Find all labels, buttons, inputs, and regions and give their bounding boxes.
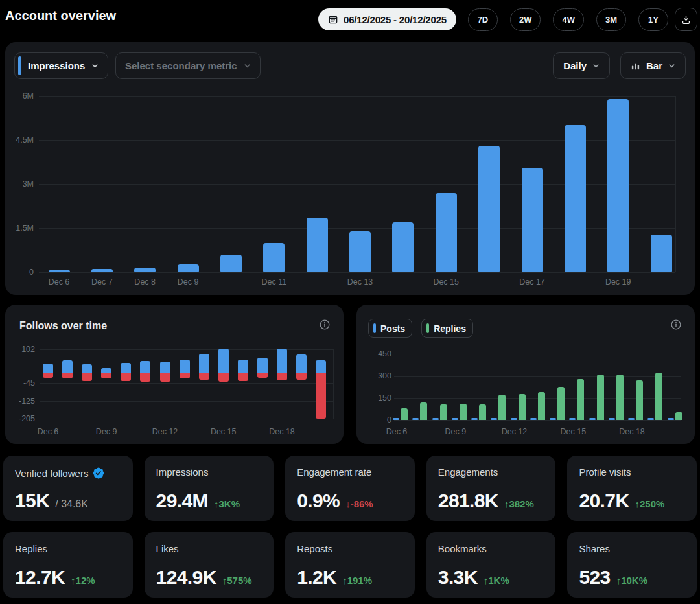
posts-bar-dec-7[interactable] [412,418,419,420]
unfollows-bar-dec-20[interactable] [316,373,326,419]
replies-bar-dec-10[interactable] [479,404,486,420]
unfollows-bar-dec-12[interactable] [160,373,170,382]
replies-bar-dec-19[interactable] [655,373,662,420]
follows-bar-dec-11[interactable] [140,361,150,373]
stat-label-text: Likes [156,543,179,554]
posts-bar-dec-11[interactable] [491,418,497,420]
download-button[interactable] [675,8,697,31]
follows-bar-dec-15[interactable] [218,349,229,373]
impressions-bar-dec-6[interactable] [49,270,70,272]
stat-label-text: Impressions [156,467,209,478]
posts-bar-dec-6[interactable] [393,418,399,420]
impressions-bar-dec-12[interactable] [307,218,328,272]
range-button-3m[interactable]: 3M [596,8,626,31]
follows-bar-dec-17[interactable] [257,358,268,373]
replies-bar-dec-17[interactable] [616,375,624,420]
unfollows-bar-dec-8[interactable] [82,373,92,381]
impressions-bar-dec-8[interactable] [134,268,156,272]
impressions-bar-dec-18[interactable] [565,125,586,272]
unfollows-bar-dec-11[interactable] [140,373,150,382]
impressions-bar-dec-16[interactable] [478,146,500,272]
unfollows-bar-dec-7[interactable] [62,373,73,378]
replies-bar-dec-9[interactable] [460,404,467,420]
unfollows-bar-dec-17[interactable] [257,373,268,378]
impressions-bar-dec-14[interactable] [392,222,414,272]
replies-bar-dec-20[interactable] [675,412,682,420]
follows-bar-dec-6[interactable] [43,364,53,373]
impressions-bar-dec-13[interactable] [349,231,371,272]
stat-label-text: Profile visits [579,467,631,478]
x-axis-tick: Dec 6 [38,277,80,286]
follows-bar-dec-7[interactable] [62,360,73,373]
stat-value: 3.3K [438,566,478,588]
stat-delta: ↑1K% [484,575,509,586]
posts-bar-dec-19[interactable] [648,418,654,420]
posts-bar-dec-18[interactable] [628,418,635,420]
impressions-bar-dec-10[interactable] [220,255,242,272]
impressions-bar-dec-20[interactable] [651,235,672,272]
follows-bar-dec-13[interactable] [180,360,190,373]
posts-bar-dec-12[interactable] [511,418,517,420]
replies-bar-dec-16[interactable] [597,375,604,420]
replies-bar-dec-7[interactable] [420,402,427,420]
impressions-bar-dec-11[interactable] [263,243,285,272]
unfollows-bar-dec-16[interactable] [238,373,248,381]
posts-bar-dec-17[interactable] [609,418,615,420]
impressions-bar-chart: 01.5M3M4.5M6MDec 6Dec 7Dec 8Dec 9Dec 11D… [5,42,695,295]
follows-bar-dec-8[interactable] [82,364,92,373]
stat-card-impressions: Impressions29.4M↑3K% [145,456,274,521]
unfollows-bar-dec-13[interactable] [180,373,190,378]
stat-card-profile-visits: Profile visits20.7K↑250% [567,456,697,521]
range-button-4w[interactable]: 4W [553,8,584,31]
unfollows-bar-dec-6[interactable] [43,373,53,378]
follows-bar-dec-18[interactable] [277,349,287,373]
replies-bar-dec-14[interactable] [557,387,565,420]
posts-bar-dec-20[interactable] [668,418,674,420]
posts-bar-dec-9[interactable] [452,418,458,420]
impressions-bar-dec-7[interactable] [91,269,113,272]
impressions-bar-dec-19[interactable] [607,99,629,272]
follows-bar-dec-12[interactable] [160,362,170,373]
unfollows-bar-dec-9[interactable] [101,373,111,378]
impressions-bar-dec-15[interactable] [436,193,457,272]
impressions-bar-dec-17[interactable] [522,168,543,272]
follows-bar-dec-20[interactable] [316,360,326,373]
range-button-7d[interactable]: 7D [468,8,498,31]
stats-row-1: Verified followers15K/ 34.6KImpressions2… [3,456,697,521]
unfollows-bar-dec-19[interactable] [296,373,307,380]
posts-bar-dec-8[interactable] [432,418,439,420]
replies-bar-dec-8[interactable] [440,404,447,420]
range-button-1y[interactable]: 1Y [638,8,668,31]
posts-bar-dec-14[interactable] [550,418,556,420]
follows-bar-dec-9[interactable] [101,368,111,373]
posts-bar-dec-15[interactable] [569,418,576,420]
impressions-bar-dec-9[interactable] [178,264,199,272]
replies-bar-dec-6[interactable] [401,408,408,420]
replies-bar-dec-15[interactable] [577,379,584,420]
y-axis-tick: 0 [6,268,34,277]
replies-bar-dec-12[interactable] [519,394,526,420]
unfollows-bar-dec-10[interactable] [121,373,131,381]
gridline [39,272,675,273]
verified-badge-icon [92,467,105,480]
posts-bar-dec-13[interactable] [530,418,537,420]
follows-bar-dec-14[interactable] [199,354,209,373]
x-axis-tick: Dec 19 [597,277,640,286]
follows-bar-dec-10[interactable] [121,363,131,373]
replies-bar-dec-13[interactable] [538,392,545,420]
date-range-picker[interactable]: 06/12/2025 - 20/12/2025 [318,8,456,30]
x-axis-tick: Dec 9 [167,277,209,286]
unfollows-bar-dec-14[interactable] [199,373,209,380]
unfollows-bar-dec-15[interactable] [218,373,229,382]
follows-bar-dec-19[interactable] [296,354,307,373]
follows-bar-dec-16[interactable] [238,360,248,373]
unfollows-bar-dec-18[interactable] [277,373,287,380]
replies-bar-dec-18[interactable] [636,380,643,420]
posts-bar-dec-16[interactable] [589,418,596,420]
y-axis-tick: 3M [6,180,34,189]
range-button-2w[interactable]: 2W [510,8,541,31]
plot-edge-line [675,96,676,272]
stat-value: 15K [15,490,49,512]
posts-bar-dec-10[interactable] [471,418,478,420]
replies-bar-dec-11[interactable] [498,395,506,420]
